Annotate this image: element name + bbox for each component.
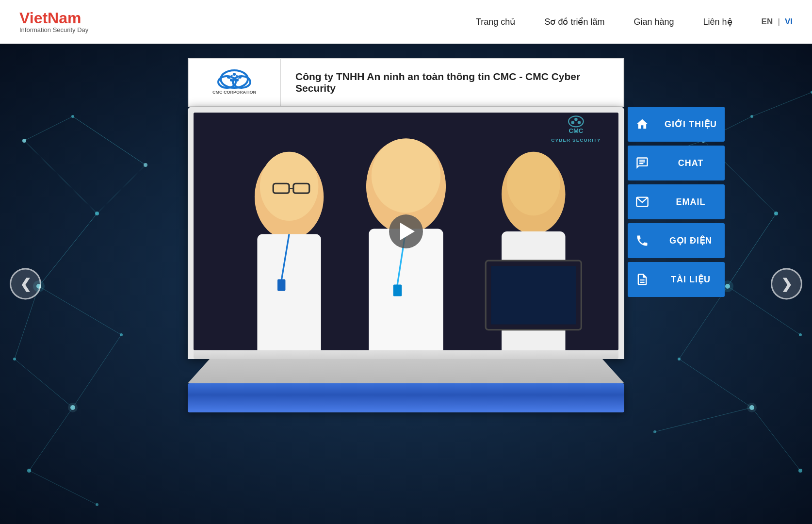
email-icon: [628, 184, 657, 219]
video-play-button[interactable]: [389, 214, 423, 248]
svg-point-30: [27, 469, 31, 473]
call-button[interactable]: GỌI ĐIỆN: [628, 223, 725, 258]
svg-point-41: [653, 430, 656, 433]
svg-point-40: [798, 469, 802, 473]
document-icon: [628, 262, 657, 297]
company-name: Công ty TNHH An ninh an toàn thông tin C…: [295, 71, 609, 94]
svg-text:CYBER SECURITY: CYBER SECURITY: [551, 137, 601, 143]
chevron-right-icon: ❯: [781, 276, 792, 292]
svg-rect-74: [393, 285, 402, 296]
svg-point-31: [96, 503, 98, 506]
svg-point-86: [578, 121, 581, 124]
company-logo-svg: CMC CORPORATION: [210, 66, 259, 99]
svg-rect-67: [257, 234, 321, 350]
docs-button[interactable]: TÀI LIỆU: [628, 262, 725, 297]
language-switcher: EN | VI: [762, 17, 793, 27]
lang-divider: |: [778, 17, 780, 27]
logo-subtitle: Information Security Day: [19, 27, 116, 33]
home-icon: [628, 107, 657, 142]
company-name-box: Công ty TNHH An ninh an toàn thông tin C…: [281, 59, 623, 106]
company-logo-box: CMC CORPORATION: [189, 59, 281, 106]
lang-vi-btn[interactable]: VI: [785, 17, 793, 27]
side-action-buttons: GIỚI THIỆU CHAT EMAIL: [628, 107, 725, 297]
svg-point-85: [571, 121, 575, 124]
laptop-screen-bezel: CMC CYBER SECURITY: [188, 107, 624, 359]
nav-booth[interactable]: Gian hàng: [633, 17, 674, 27]
chat-label: CHAT: [657, 158, 725, 168]
docs-label: TÀI LIỆU: [657, 274, 725, 285]
chat-button[interactable]: CHAT: [628, 146, 725, 180]
company-header: CMC CORPORATION Công ty TNHH An ninh an …: [188, 58, 624, 107]
svg-point-84: [574, 118, 578, 121]
svg-point-76: [507, 152, 560, 215]
intro-label: GIỚI THIỆU: [657, 119, 725, 130]
nav-contact[interactable]: Liên hệ: [703, 16, 732, 27]
main-nav: Trang chủ Sơ đồ triển lãm Gian hàng Liên…: [476, 16, 732, 27]
svg-rect-69: [277, 279, 285, 291]
logo-vietnam-text: VietNam: [19, 10, 116, 27]
nav-next-button[interactable]: ❯: [771, 268, 802, 300]
svg-rect-80: [491, 266, 576, 324]
lang-en-btn[interactable]: EN: [762, 17, 773, 27]
phone-icon: [628, 223, 657, 258]
site-logo: VietNam Information Security Day: [19, 10, 116, 33]
header: VietNam Information Security Day Trang c…: [0, 0, 812, 44]
svg-text:CMC: CMC: [568, 127, 583, 134]
email-label: EMAIL: [657, 197, 725, 207]
intro-button[interactable]: GIỚI THIỆU: [628, 107, 725, 142]
email-button[interactable]: EMAIL: [628, 184, 725, 219]
laptop-base: [194, 350, 618, 359]
laptop-frame: CMC CYBER SECURITY: [188, 107, 624, 412]
laptop-desk: [188, 383, 624, 412]
svg-point-71: [372, 138, 440, 213]
play-icon: [400, 223, 415, 240]
video-player[interactable]: CMC CYBER SECURITY: [194, 113, 618, 350]
svg-text:CMC CORPORATION: CMC CORPORATION: [212, 90, 256, 95]
chevron-left-icon: ❮: [20, 276, 31, 292]
nav-map[interactable]: Sơ đồ triển lãm: [544, 16, 604, 27]
laptop-stand: [188, 359, 624, 383]
nav-home[interactable]: Trang chủ: [476, 16, 515, 27]
call-label: GỌI ĐIỆN: [657, 235, 725, 246]
chat-icon: [628, 146, 657, 180]
nav-prev-button[interactable]: ❮: [10, 268, 41, 300]
main-content: CMC CORPORATION Công ty TNHH An ninh an …: [0, 44, 812, 524]
